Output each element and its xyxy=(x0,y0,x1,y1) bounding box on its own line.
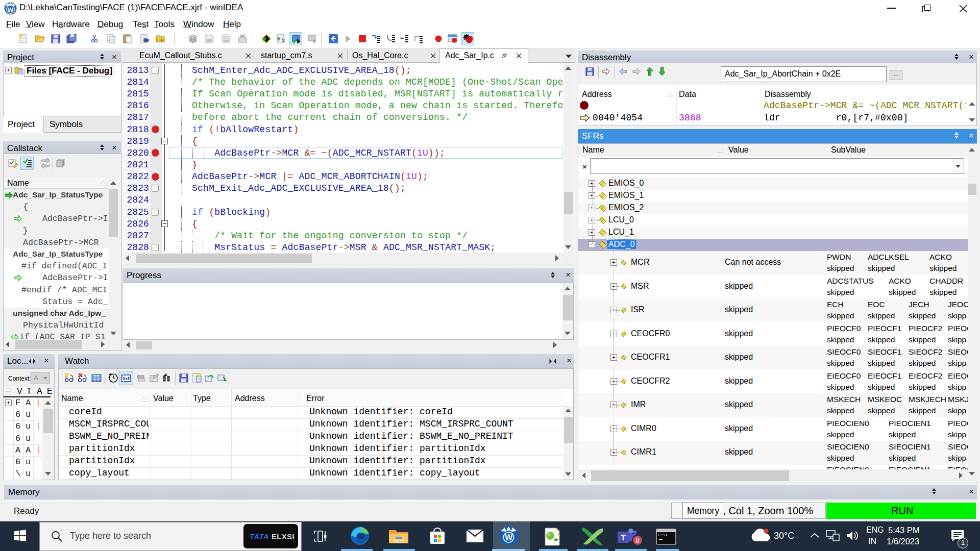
svg-text:T: T xyxy=(621,533,625,542)
svg-text:S: S xyxy=(282,38,285,43)
svg-text:0xF: 0xF xyxy=(122,376,131,381)
svg-text:W: W xyxy=(505,533,513,542)
svg-text:C:\>: C:\> xyxy=(658,533,668,537)
svg-text:W: W xyxy=(8,7,14,14)
